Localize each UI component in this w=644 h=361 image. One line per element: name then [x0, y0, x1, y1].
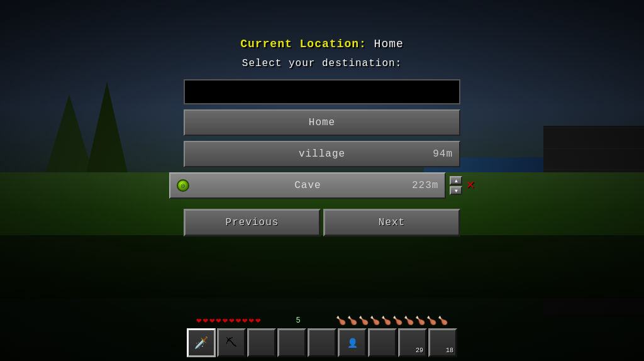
list-item-selected[interactable]: ◎ Cave 223m	[169, 172, 446, 199]
food-icon: 🍗	[392, 316, 402, 326]
current-location-display: Current Location: Home	[240, 38, 404, 50]
food-icon: 🍗	[370, 316, 380, 326]
hotbar: 🗡️ ⛏ 👤 29 18	[187, 328, 457, 357]
food-icon: 🍗	[336, 316, 346, 326]
heart-icon: ❤	[229, 315, 234, 326]
food-icon: 🍗	[404, 316, 414, 326]
previous-button[interactable]: Previous	[184, 209, 321, 236]
heart-icon: ❤	[236, 315, 241, 326]
hotbar-slot-9-count: 18	[446, 347, 453, 354]
hotbar-slot-3[interactable]	[247, 328, 276, 357]
list-item-name: Home	[309, 117, 335, 128]
hotbar-slot-9[interactable]: 18	[428, 328, 457, 357]
food-icon: 🍗	[381, 316, 391, 326]
list-item-name: Cave	[294, 180, 321, 191]
list-item-distance: 94m	[433, 148, 453, 160]
hotbar-slot-2[interactable]: ⛏	[217, 328, 246, 357]
nav-buttons: Previous Next	[184, 209, 460, 236]
food-icon: 🍗	[438, 316, 448, 326]
spinner-up-button[interactable]: ▲	[450, 176, 462, 185]
hotbar-slot-6-icon: 👤	[347, 338, 358, 348]
list-item[interactable]: Home	[184, 109, 460, 136]
list-item[interactable]: village 94m	[184, 141, 460, 167]
hotbar-slot-7[interactable]	[368, 328, 397, 357]
search-box[interactable]	[184, 79, 460, 104]
current-location-label: Current Location:	[240, 38, 367, 50]
next-button[interactable]: Next	[323, 209, 460, 236]
hotbar-slot-2-icon: ⛏	[226, 336, 237, 350]
food-icon: 🍗	[415, 316, 425, 326]
heart-icon: ❤	[242, 315, 247, 326]
food-icon: 🍗	[426, 316, 436, 326]
current-location-value: Home	[374, 38, 404, 50]
hud: ❤ ❤ ❤ ❤ ❤ ❤ ❤ ❤ ❤ ❤ 5 🍗 🍗 🍗 🍗 🍗 🍗 🍗 🍗 🍗 …	[190, 315, 454, 361]
heart-icon: ❤	[196, 315, 201, 326]
heart-icon: ❤	[255, 315, 260, 326]
selected-row-wrapper: ◎ Cave 223m ▲ ▼ ✕	[169, 172, 474, 199]
list-item-distance: 223m	[412, 180, 438, 191]
select-destination-label: Select your destination:	[242, 58, 402, 69]
food-row: 🍗 🍗 🍗 🍗 🍗 🍗 🍗 🍗 🍗 🍗	[336, 316, 448, 326]
hotbar-slot-6[interactable]: 👤	[338, 328, 367, 357]
food-icon: 🍗	[347, 316, 357, 326]
hotbar-slot-4[interactable]	[277, 328, 306, 357]
spinner-controls: ▲ ▼	[450, 176, 462, 195]
heart-icon: ❤	[223, 315, 228, 326]
delete-button[interactable]: ✕	[466, 179, 474, 192]
waypoint-icon: ◎	[177, 179, 189, 192]
heart-icon: ❤	[216, 315, 221, 326]
exp-display: 5	[296, 316, 301, 325]
hotbar-slot-8-count: 29	[416, 347, 423, 354]
hotbar-slot-1[interactable]: 🗡️	[187, 328, 216, 357]
heart-icon: ❤	[209, 315, 214, 326]
heart-icon: ❤	[249, 315, 254, 326]
hotbar-slot-5[interactable]	[308, 328, 336, 357]
list-item-name: village	[299, 148, 345, 160]
status-row: ❤ ❤ ❤ ❤ ❤ ❤ ❤ ❤ ❤ ❤ 5 🍗 🍗 🍗 🍗 🍗 🍗 🍗 🍗 🍗 …	[190, 315, 454, 326]
hotbar-slot-8[interactable]: 29	[398, 328, 427, 357]
spinner-down-button[interactable]: ▼	[450, 186, 462, 195]
ui-panel: Current Location: Home Select your desti…	[165, 38, 479, 236]
heart-icon: ❤	[203, 315, 208, 326]
hearts-row: ❤ ❤ ❤ ❤ ❤ ❤ ❤ ❤ ❤ ❤	[196, 315, 260, 326]
food-icon: 🍗	[358, 316, 369, 326]
hotbar-slot-1-icon: 🗡️	[194, 336, 208, 350]
